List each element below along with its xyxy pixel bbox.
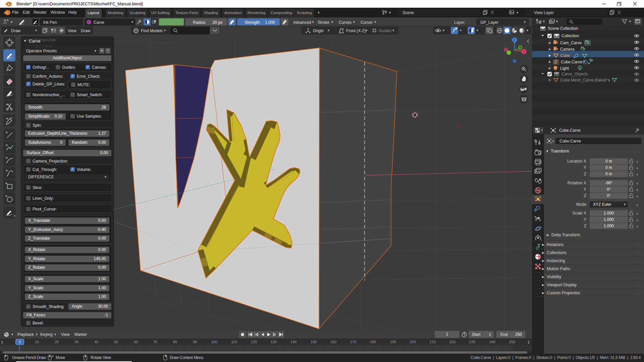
svg-text:Y: Y <box>519 46 522 50</box>
svg-text:Carve_Objects: Carve_Objects <box>561 72 588 76</box>
svg-text:Cam_Carve: Cam_Carve <box>560 41 582 45</box>
svg-text:Cube.Carve: Cube.Carve <box>561 60 582 64</box>
svg-text:X: X <box>523 50 525 54</box>
svg-text:Light: Light <box>560 66 569 71</box>
svg-text:Collection: Collection <box>561 34 579 38</box>
svg-text:Camera: Camera <box>560 47 575 52</box>
svg-text:Cube: Cube <box>560 53 570 58</box>
svg-text:Z: Z <box>514 38 516 42</box>
svg-text:Scene Collection: Scene Collection <box>548 26 578 31</box>
svg-text:Cube.Mesh_Carve.Baked: Cube.Mesh_Carve.Baked <box>560 78 606 82</box>
